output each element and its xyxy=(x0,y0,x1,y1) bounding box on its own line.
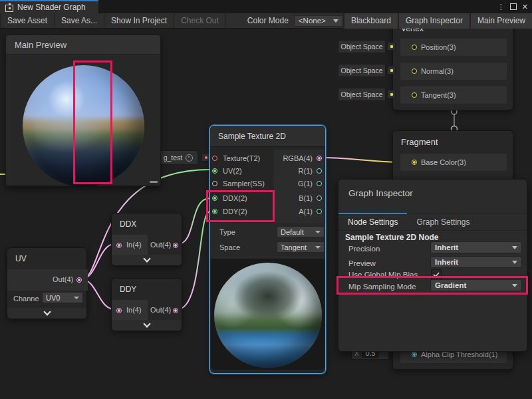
shader-graph-window: Vertex Position(3) Normal(3) Tangent(3) … xyxy=(0,0,532,399)
document-tab[interactable]: New Shader Graph xyxy=(0,0,98,13)
chevron-down-icon xyxy=(512,261,517,264)
ddy-node[interactable]: DDY In(4) Out(4) xyxy=(111,278,182,331)
ddy-node-title: DDY xyxy=(112,279,182,299)
graph-inspector-toggle-button[interactable]: Graph Inspector xyxy=(398,13,469,29)
color-mode-label: Color Mode xyxy=(247,16,289,25)
g-output-port[interactable] xyxy=(317,181,322,186)
position-port[interactable] xyxy=(412,45,417,50)
uv-out-row: Out(4) xyxy=(7,269,88,291)
ddx-in-port[interactable] xyxy=(116,243,122,248)
tab-node-settings[interactable]: Node Settings xyxy=(338,213,407,230)
uv-collapse-button[interactable] xyxy=(7,308,86,319)
object-space-chip[interactable]: Object Space xyxy=(338,64,386,77)
main-preview-toggle-button[interactable]: Main Preview xyxy=(469,13,532,29)
r-output-port[interactable] xyxy=(317,168,322,174)
highlight-rect-ddx-ddy xyxy=(206,190,275,222)
check-out-button: Check Out xyxy=(174,13,226,29)
vertex-normal-row: Normal(3) xyxy=(400,63,507,80)
alpha-clip-port[interactable] xyxy=(412,352,417,357)
close-icon[interactable]: ✕ xyxy=(522,3,528,11)
object-space-chip[interactable]: Object Space xyxy=(338,40,386,53)
base-color-port[interactable] xyxy=(412,160,417,165)
uv-input-port[interactable] xyxy=(212,168,217,174)
preview-dropdown[interactable]: Inherit xyxy=(430,256,522,268)
sample-texture-2d-node[interactable]: Sample Texture 2D Texture(T2) UV(2) Samp… xyxy=(209,125,326,374)
exposed-property-icon xyxy=(186,154,193,162)
title-bar: New Shader Graph ⋮ ✕ xyxy=(0,0,532,13)
uv-node[interactable]: UV Out(4) Channe UV0 xyxy=(7,247,87,319)
save-asset-button[interactable]: Save Asset xyxy=(0,13,55,29)
object-space-chip[interactable]: Object Space xyxy=(338,88,386,101)
chevron-down-icon xyxy=(315,246,321,249)
show-in-project-button[interactable]: Show In Project xyxy=(104,13,174,29)
object-space-dot xyxy=(387,66,396,74)
ddy-out-port[interactable] xyxy=(173,308,178,313)
inspector-section-title: Sample Texture 2D Node xyxy=(345,233,438,242)
color-mode-dropdown[interactable]: <None> xyxy=(294,15,343,27)
ddy-ports-row: In(4) Out(4) xyxy=(112,300,183,321)
sample-node-controls: Type Default Space Tangent xyxy=(210,223,325,259)
base-color-row: Base Color(3) xyxy=(400,154,507,171)
ddx-out-port[interactable] xyxy=(173,243,178,248)
menu-icon[interactable]: ⋮ xyxy=(497,3,505,11)
object-space-dot xyxy=(387,90,396,98)
rgba-output-port[interactable] xyxy=(317,156,322,161)
a-output-port[interactable] xyxy=(317,209,322,214)
fragment-node-title: Fragment xyxy=(393,131,513,152)
sampler-input-port[interactable] xyxy=(212,181,217,186)
b-output-port[interactable] xyxy=(317,196,322,201)
vertex-position-row: Position(3) xyxy=(400,39,507,56)
sample-node-preview xyxy=(211,259,325,370)
toolbar: Save Asset Save As... Show In Project Ch… xyxy=(0,13,532,29)
chevron-down-icon xyxy=(144,256,150,262)
ddy-collapse-button[interactable] xyxy=(112,320,182,331)
chevron-down-icon xyxy=(144,321,150,327)
ddx-node[interactable]: DDX In(4) Out(4) xyxy=(111,213,182,266)
tab-graph-settings[interactable]: Graph Settings xyxy=(407,213,479,230)
maximize-icon[interactable] xyxy=(510,3,517,10)
space-dropdown[interactable]: Tangent xyxy=(277,241,325,253)
uv-channel-dropdown[interactable]: UV0 xyxy=(42,292,83,303)
property-node-g-test[interactable]: g_test xyxy=(158,150,198,165)
ddx-node-title: DDX xyxy=(112,213,182,233)
vertex-tangent-row: Tangent(3) xyxy=(400,86,507,104)
main-preview-title: Main Preview xyxy=(6,35,160,55)
chevron-down-icon xyxy=(44,309,50,315)
uv-out-port[interactable] xyxy=(76,277,82,283)
chevron-down-icon xyxy=(512,246,517,249)
chevron-down-icon xyxy=(315,231,321,233)
vertex-node[interactable]: Vertex Position(3) Normal(3) Tangent(3) xyxy=(392,17,513,110)
object-space-dot xyxy=(387,42,396,51)
inspector-tabs: Node Settings Graph Settings xyxy=(338,213,527,231)
normal-port[interactable] xyxy=(412,68,417,74)
resize-grip[interactable] xyxy=(150,181,158,183)
ddx-collapse-button[interactable] xyxy=(112,255,182,265)
highlight-rect-preview xyxy=(73,61,112,184)
chevron-down-icon xyxy=(74,297,79,299)
tangent-port[interactable] xyxy=(412,92,417,98)
highlight-rect-mip-mode xyxy=(336,276,528,295)
type-dropdown[interactable]: Default xyxy=(277,226,325,237)
save-as-button[interactable]: Save As... xyxy=(55,13,104,29)
texture-input-port[interactable] xyxy=(212,156,217,161)
uv-node-title: UV xyxy=(7,248,86,268)
blackboard-toggle-button[interactable]: Blackboard xyxy=(343,13,398,29)
window-controls: ⋮ ✕ xyxy=(497,0,532,13)
texture-preview-sphere xyxy=(214,263,322,368)
inspector-title: Graph Inspector xyxy=(338,180,527,198)
ddy-in-port[interactable] xyxy=(116,308,122,313)
tab-title: New Shader Graph xyxy=(17,3,86,12)
graph-inspector-panel[interactable]: Graph Inspector Node Settings Graph Sett… xyxy=(338,179,527,352)
shader-graph-icon xyxy=(5,3,13,11)
precision-dropdown[interactable]: Inherit xyxy=(430,241,522,253)
sample-node-title: Sample Texture 2D xyxy=(210,126,325,146)
ddx-ports-row: In(4) Out(4) xyxy=(112,235,183,256)
chevron-down-icon xyxy=(333,19,338,23)
